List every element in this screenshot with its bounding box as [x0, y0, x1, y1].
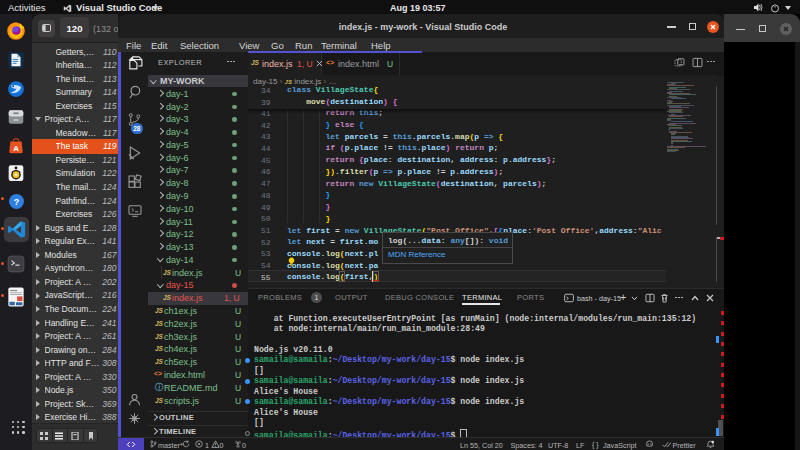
svg-text:A: A [13, 144, 19, 153]
svg-text:?: ? [13, 197, 19, 207]
